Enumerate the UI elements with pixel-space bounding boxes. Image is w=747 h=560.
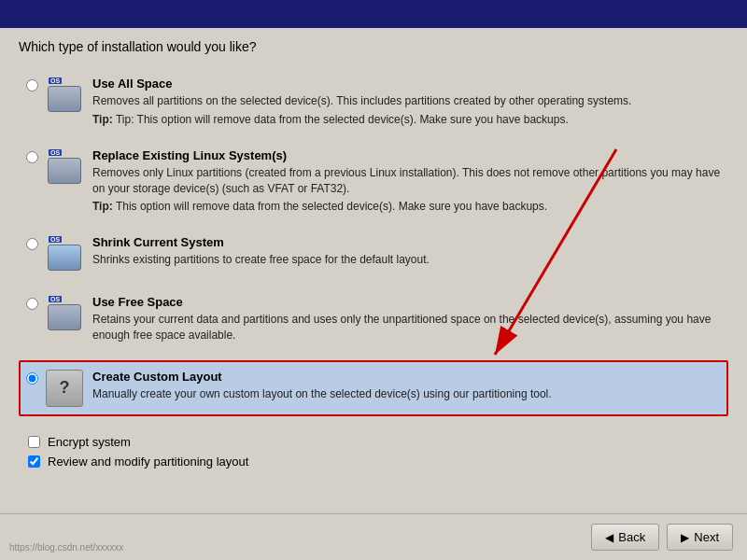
- option-text-use-all-space: Use All Space Removes all partitions on …: [92, 77, 721, 126]
- option-title-replace-linux: Replace Existing Linux System(s): [92, 148, 721, 162]
- options-list: OS Use All Space Removes all partitions …: [19, 67, 728, 420]
- top-bar: [0, 0, 747, 28]
- checkbox-row-review[interactable]: Review and modify partitioning layout: [28, 455, 728, 469]
- option-title-use-all-space: Use All Space: [92, 77, 721, 91]
- option-text-create-custom: Create Custom Layout Manually create you…: [92, 370, 721, 406]
- checkbox-encrypt-label: Encrypt system: [48, 435, 131, 449]
- option-use-free-space[interactable]: OS Use Free Space Retains your current d…: [19, 286, 728, 357]
- checkbox-review-label: Review and modify partitioning layout: [48, 455, 248, 469]
- icon-use-free-space: OS: [46, 295, 83, 332]
- option-desc-replace-linux: Removes only Linux partitions (created f…: [92, 165, 721, 197]
- bottom-bar: https://blog.csdn.net/xxxxxx ◀ Back ▶ Ne…: [0, 513, 747, 560]
- radio-use-all-space[interactable]: [26, 79, 38, 91]
- radio-shrink-current[interactable]: [26, 238, 38, 250]
- option-desc-use-free-space: Retains your current data and partitions…: [92, 312, 721, 343]
- option-use-all-space[interactable]: OS Use All Space Removes all partitions …: [19, 67, 728, 135]
- option-text-use-free-space: Use Free Space Retains your current data…: [92, 295, 721, 347]
- checkbox-row-encrypt[interactable]: Encrypt system: [28, 435, 728, 449]
- next-label: Next: [694, 530, 719, 544]
- option-create-custom[interactable]: ? Create Custom Layout Manually create y…: [19, 360, 728, 416]
- icon-shrink-current: OS: [46, 235, 83, 273]
- checkbox-encrypt[interactable]: [28, 436, 40, 448]
- back-icon: ◀: [605, 531, 613, 544]
- radio-replace-linux[interactable]: [26, 151, 38, 163]
- option-tip-replace-linux: Tip: This option will remove data from t…: [92, 200, 721, 213]
- url-hint: https://blog.csdn.net/xxxxxx: [9, 542, 123, 553]
- option-desc-shrink-current: Shrinks existing partitions to create fr…: [92, 252, 721, 268]
- next-icon: ▶: [681, 531, 689, 544]
- option-desc-use-all-space: Removes all partitions on the selected d…: [92, 93, 721, 109]
- icon-create-custom: ?: [46, 370, 83, 407]
- icon-replace-linux: OS: [46, 148, 83, 186]
- checkboxes-section: Encrypt system Review and modify partiti…: [19, 435, 728, 469]
- page-question: Which type of installation would you lik…: [19, 39, 728, 54]
- option-text-shrink-current: Shrink Current System Shrinks existing p…: [92, 235, 721, 272]
- back-label: Back: [618, 530, 645, 544]
- option-title-shrink-current: Shrink Current System: [92, 235, 721, 249]
- option-shrink-current[interactable]: OS Shrink Current System Shrinks existin…: [19, 226, 728, 282]
- option-title-use-free-space: Use Free Space: [92, 295, 721, 309]
- option-title-create-custom: Create Custom Layout: [92, 370, 721, 384]
- back-button[interactable]: ◀ Back: [591, 524, 659, 551]
- icon-use-all-space: OS: [46, 77, 83, 114]
- main-content: Which type of installation would you lik…: [0, 28, 747, 485]
- option-replace-linux[interactable]: OS Replace Existing Linux System(s) Remo…: [19, 139, 728, 223]
- option-text-replace-linux: Replace Existing Linux System(s) Removes…: [92, 148, 721, 214]
- checkbox-review[interactable]: [28, 455, 40, 468]
- option-desc-create-custom: Manually create your own custom layout o…: [92, 386, 721, 402]
- radio-use-free-space[interactable]: [26, 298, 38, 310]
- next-button[interactable]: ▶ Next: [667, 524, 733, 551]
- option-tip-use-all-space: Tip: Tip: This option will remove data f…: [92, 113, 721, 126]
- radio-create-custom[interactable]: [26, 372, 38, 385]
